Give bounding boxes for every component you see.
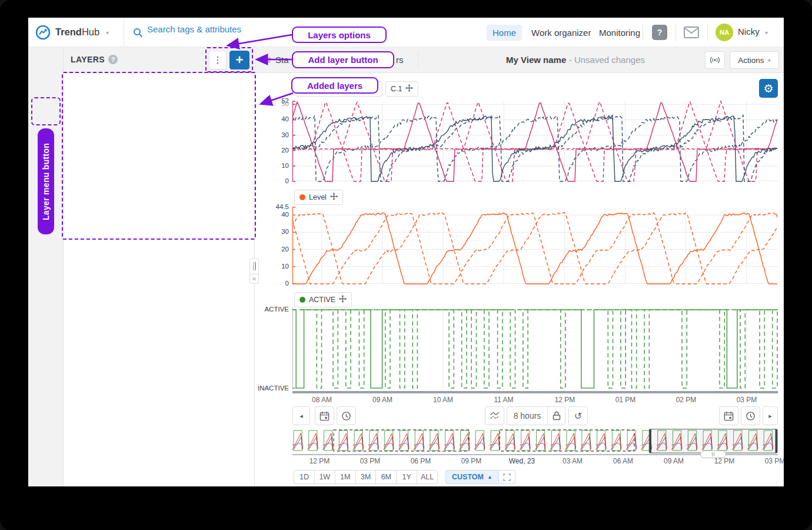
- compare-trends-button[interactable]: [485, 406, 504, 425]
- minimap-tick-label: 06 PM: [403, 457, 438, 465]
- user-name[interactable]: Nicky: [738, 26, 760, 37]
- series-color-dot: [299, 194, 305, 200]
- minimap-tick-label: 12 PM: [302, 457, 337, 465]
- legend-chip[interactable]: C.1: [385, 81, 418, 97]
- trendhub-logo-icon: [35, 25, 51, 40]
- navbar-divider: [707, 24, 708, 41]
- view-status: - Unsaved changes: [569, 55, 645, 65]
- screen-frame: TrendHub ▾ Home Work organizer Monitorin…: [0, 0, 812, 530]
- actions-button[interactable]: Actions▾: [730, 51, 779, 69]
- panel-resize-handle[interactable]: ✕: [249, 258, 259, 284]
- minimap-tick-label: 09 PM: [454, 457, 489, 465]
- layers-options-kebab-button[interactable]: ⋮: [209, 51, 227, 69]
- x-tick-label: 11 AM: [486, 396, 521, 404]
- move-icon[interactable]: [330, 193, 338, 202]
- gear-icon: ⚙: [763, 82, 773, 95]
- layers-panel: [64, 73, 255, 486]
- range-1y-button[interactable]: 1Y: [396, 470, 417, 484]
- trend-chart-concentration[interactable]: 5250403020100: [292, 101, 778, 181]
- help-button[interactable]: ?: [652, 25, 667, 40]
- legend-chip-level[interactable]: Level: [294, 190, 343, 205]
- minimap-tick-label: 06 AM: [605, 457, 641, 465]
- collapse-panel-icon[interactable]: ✕: [249, 274, 259, 284]
- navbar-divider: [675, 24, 676, 41]
- layers-panel-title: LAYERS: [71, 55, 105, 64]
- tab-monitoring[interactable]: Monitoring: [593, 25, 646, 41]
- move-icon[interactable]: [405, 84, 413, 94]
- duration-display[interactable]: 8 hours: [507, 406, 548, 425]
- clock-start-button[interactable]: [337, 406, 356, 425]
- x-tick-label: 10 AM: [425, 396, 461, 404]
- y-tick-label: 10: [268, 263, 289, 270]
- swap-icon: [262, 56, 272, 67]
- chart-settings-button[interactable]: ⚙: [759, 79, 778, 98]
- view-title-group: My View name - Unsaved changes: [440, 55, 711, 65]
- x-tick-label: 12 PM: [547, 396, 583, 404]
- range-6m-button[interactable]: 6M: [375, 470, 397, 484]
- minimap-tick-label: 09 AM: [656, 457, 691, 465]
- add-layer-button[interactable]: +: [229, 51, 249, 69]
- x-tick-label: 02 PM: [668, 396, 704, 404]
- subheader-fragment-left[interactable]: Sta: [275, 55, 289, 65]
- tab-work-organizer[interactable]: Work organizer: [525, 25, 597, 41]
- lock-duration-button[interactable]: [547, 406, 565, 425]
- clock-end-button[interactable]: [741, 406, 760, 425]
- y-tick-label: 0: [268, 177, 289, 184]
- x-tick-label: 01 PM: [608, 396, 643, 404]
- series-color-dot: [299, 297, 305, 303]
- selection-drag-handle[interactable]: [700, 450, 726, 458]
- range-1w-button[interactable]: 1W: [314, 470, 335, 484]
- trend-chart-active[interactable]: [292, 308, 778, 390]
- app-window: TrendHub ▾ Home Work organizer Monitorin…: [28, 18, 784, 486]
- actions-chevron-down-icon: ▾: [768, 57, 771, 64]
- view-title: My View name: [506, 55, 566, 65]
- top-navbar: TrendHub ▾ Home Work organizer Monitorin…: [28, 18, 784, 47]
- legend-chip-active[interactable]: ACTIVE: [294, 292, 352, 307]
- y-tick-label: 0: [268, 280, 289, 287]
- live-broadcast-button[interactable]: [705, 51, 725, 69]
- y-tick-label: 50: [268, 100, 289, 107]
- y-tick-label: 20: [268, 246, 289, 253]
- active-axis-label: ACTIVE: [255, 306, 289, 313]
- range-all-button[interactable]: ALL: [417, 470, 438, 484]
- calendar-start-button[interactable]: [315, 406, 334, 425]
- brand-name: TrendHub: [55, 26, 99, 38]
- y-tick-label: 44.5: [268, 203, 289, 210]
- pan-right-button[interactable]: ▸: [763, 406, 778, 425]
- user-chevron-down-icon[interactable]: ▾: [765, 29, 768, 36]
- minimap-tick-label: 03 PM: [757, 457, 784, 465]
- y-tick-label: 20: [268, 147, 289, 154]
- x-tick-label: 08 AM: [304, 396, 340, 404]
- avatar[interactable]: NA: [716, 24, 733, 41]
- trend-chart-level[interactable]: 44.5403020100: [292, 207, 778, 284]
- custom-range-button[interactable]: CUSTOM▲: [445, 470, 499, 484]
- chevron-up-icon: ▲: [487, 474, 492, 480]
- subheader-fragment-right[interactable]: rs: [396, 55, 404, 65]
- left-icon-rail: [28, 47, 64, 486]
- range-3m-button[interactable]: 3M: [355, 470, 377, 484]
- history-reset-button[interactable]: ↺: [568, 406, 588, 425]
- layers-help-icon[interactable]: ?: [108, 55, 118, 64]
- range-1d-button[interactable]: 1D: [294, 470, 315, 484]
- mail-icon[interactable]: [684, 26, 699, 41]
- fit-range-icon[interactable]: [499, 470, 515, 484]
- drag-grip-icon[interactable]: [249, 258, 259, 274]
- search-input[interactable]: [147, 24, 312, 34]
- move-icon[interactable]: [339, 295, 347, 304]
- navbar-divider: [643, 24, 643, 41]
- tab-home[interactable]: Home: [487, 25, 522, 41]
- timeline-minimap[interactable]: [292, 429, 778, 453]
- custom-range-group: CUSTOM▲: [445, 470, 515, 484]
- annotation-callout-added-layers: Added layers: [291, 77, 378, 94]
- annotation-callout-add-layer: Add layer button: [292, 51, 394, 68]
- y-tick-label: 10: [268, 162, 289, 169]
- x-axis-bar: [292, 391, 778, 393]
- range-1m-button[interactable]: 1M: [335, 470, 356, 484]
- brand-chevron-down-icon[interactable]: ▾: [106, 29, 109, 36]
- calendar-end-button[interactable]: [719, 406, 738, 425]
- pan-left-button[interactable]: ◂: [292, 406, 310, 425]
- minimap-tick-label: 03 AM: [555, 457, 590, 465]
- x-tick-label: 09 AM: [365, 396, 400, 404]
- subheader-divider: [418, 51, 418, 69]
- minimap-tick-label: 03 PM: [352, 457, 388, 465]
